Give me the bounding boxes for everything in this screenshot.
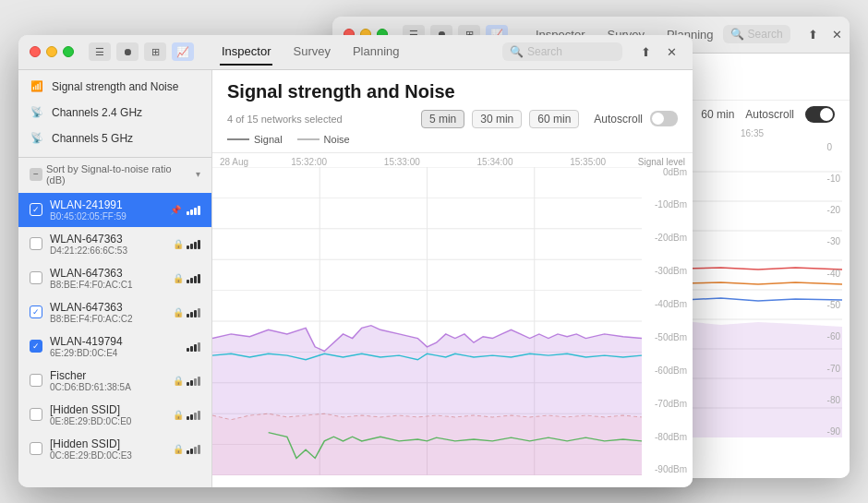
sidebar-network-6[interactable]: [Hidden SSID] 0E:8E:29:BD:0C:E0 🔒 (18, 398, 211, 432)
tl-close[interactable] (30, 46, 41, 57)
channels-5-icon: 📡 (30, 131, 44, 146)
back-search-box[interactable]: 🔍 Search (723, 25, 790, 43)
network-name-2: WLAN-647363 (50, 267, 165, 280)
network-info-7: [Hidden SSID] 0C:8E:29:BD:0C:E3 (50, 437, 165, 461)
lock-icon-2: 🔒 (173, 273, 184, 283)
legend-noise-label: Noise (324, 134, 350, 145)
tab-survey[interactable]: Survey (291, 39, 332, 66)
menu-icon-btn[interactable]: ☰ (89, 42, 111, 61)
sidebar-network-5[interactable]: Fischer 0C:D6:BD:61:38:5A 🔒 (18, 364, 211, 398)
sidebar-item-channels-24[interactable]: 📡 Channels 2.4 GHz (18, 100, 211, 126)
graph-icon-btn[interactable]: 📈 (172, 42, 194, 61)
checkbox-2[interactable] (30, 271, 42, 284)
sidebar-network-4[interactable]: ✓ WLAN-419794 6E:29:BD:0C:E4 (18, 329, 211, 364)
sidebar-network-1[interactable]: WLAN-647363 D4:21:22:66:6C:53 🔒 (18, 227, 211, 261)
badges-2: 🔒 (173, 272, 200, 283)
back-y-30: -30 (827, 236, 840, 246)
network-mac-1: D4:21:22:66:6C:53 (50, 246, 165, 256)
bar-0-2 (190, 210, 193, 215)
y-0dBm: 0dBm (663, 167, 687, 177)
sidebar-item-channels-5-label: Channels 5 GHz (52, 132, 200, 145)
signal-bars-5 (187, 375, 200, 386)
network-mac-3: B8:BE:F4:F0:AC:C2 (50, 314, 165, 324)
sidebar-item-signal-noise-label: Signal strength and Noise (52, 80, 200, 93)
tab-inspector[interactable]: Inspector (220, 39, 272, 66)
time-30min-btn[interactable]: 30 min (472, 110, 522, 128)
badges-0: 📌 (170, 204, 200, 215)
y-80dBm: -80dBm (655, 432, 687, 442)
grid-icon-btn[interactable]: ⊞ (144, 42, 166, 61)
back-y-0: 0 (827, 142, 840, 152)
badges-1: 🔒 (173, 238, 200, 249)
back-y-80: -80 (827, 395, 840, 405)
tab-planning[interactable]: Planning (351, 39, 402, 66)
back-y-60: -60 (827, 331, 840, 341)
tl-minimize[interactable] (46, 46, 57, 57)
back-ts-2: 16:35 (741, 128, 764, 138)
checkbox-checked-4[interactable]: ✓ (30, 340, 42, 353)
checkbox-checked-3[interactable]: ✓ (30, 305, 42, 318)
legend-signal-label: Signal (254, 134, 283, 145)
sidebar-divider (18, 157, 211, 158)
b6-1 (187, 416, 189, 420)
time-60min-btn[interactable]: 60 min (529, 110, 579, 128)
back-close-icon[interactable]: ✕ (827, 24, 848, 44)
b4-2 (190, 346, 193, 352)
legend-signal-line (227, 138, 249, 140)
sidebar-network-2[interactable]: WLAN-647363 B8:BE:F4:F0:AC:C1 🔒 (18, 261, 211, 295)
main-nav: Inspector Survey Planning (220, 39, 402, 66)
sidebar-menu-section: 📶 Signal strength and Noise 📡 Channels 2… (18, 70, 211, 155)
checkbox-1[interactable] (30, 237, 42, 250)
signal-bars-0 (187, 204, 200, 215)
sidebar-item-signal-noise[interactable]: 📶 Signal strength and Noise (18, 74, 211, 100)
y-60dBm: -60dBm (655, 365, 687, 376)
chart-date-row: 28 Aug 15:32:00 15:33:00 15:34:00 15:35:… (212, 153, 693, 167)
tl-maximize[interactable] (63, 46, 74, 57)
chart-inner: 0dBm -10dBm -20dBm -30dBm -40dBm -50dBm … (212, 167, 693, 475)
sidebar-network-7[interactable]: [Hidden SSID] 0C:8E:29:BD:0C:E3 🔒 (18, 432, 211, 466)
network-name-3: WLAN-647363 (50, 301, 165, 314)
checkbox-5[interactable] (30, 374, 42, 387)
bar-0-1 (187, 211, 189, 215)
sidebar-network-0[interactable]: ✓ WLAN-241991 B0:45:02:05:FF:59 📌 (18, 193, 211, 227)
autoscroll-toggle[interactable] (650, 111, 678, 126)
back-search-icon: 🔍 (730, 28, 744, 41)
b5-3 (194, 378, 197, 386)
network-mac-6: 0E:8E:29:BD:0C:E0 (50, 416, 165, 426)
back-autoscroll-toggle[interactable] (805, 106, 835, 123)
y-axis: 0dBm -10dBm -20dBm -30dBm -40dBm -50dBm … (642, 167, 693, 475)
b3-4 (198, 308, 200, 317)
share-icon[interactable]: ⬆ (635, 42, 656, 62)
legend-noise-line (297, 138, 319, 140)
network-mac-7: 0C:8E:29:BD:0C:E3 (50, 450, 165, 461)
network-info-3: WLAN-647363 B8:BE:F4:F0:AC:C2 (50, 301, 165, 324)
search-box[interactable]: 🔍 Search (502, 42, 622, 61)
record-icon-btn[interactable]: ⏺ (116, 42, 139, 61)
window-close-icon[interactable]: ✕ (661, 42, 681, 62)
ts-2: 15:34:00 (449, 157, 542, 167)
back-share-icon[interactable]: ⬆ (803, 24, 824, 44)
back-60min[interactable]: 60 min (701, 108, 734, 121)
legend-noise: Noise (297, 134, 350, 145)
checkbox-checked-0[interactable]: ✓ (30, 203, 42, 216)
sidebar: 📶 Signal strength and Noise 📡 Channels 2… (18, 70, 212, 487)
checkbox-7[interactable] (30, 442, 42, 455)
bar-0-3 (194, 208, 197, 215)
checkbox-6[interactable] (30, 408, 42, 421)
y-40dBm: -40dBm (655, 299, 687, 309)
y-10dBm: -10dBm (655, 199, 687, 210)
badges-6: 🔒 (173, 409, 200, 420)
b3-2 (190, 312, 193, 317)
time-5min-btn[interactable]: 5 min (421, 110, 464, 128)
autoscroll-label: Autoscroll (594, 113, 643, 126)
b1-2 (190, 244, 193, 249)
front-window: ☰ ⏺ ⊞ 📈 Inspector Survey Planning 🔍 Sear… (18, 35, 693, 487)
back-y-90: -90 (827, 426, 840, 437)
sidebar-network-3[interactable]: ✓ WLAN-647363 B8:BE:F4:F0:AC:C2 🔒 (18, 295, 211, 329)
sort-chevron-icon[interactable]: ▾ (196, 169, 200, 179)
sidebar-item-channels-5[interactable]: 📡 Channels 5 GHz (18, 126, 211, 151)
sort-minus-icon[interactable]: − (30, 168, 42, 181)
sidebar-item-channels-24-label: Channels 2.4 GHz (52, 106, 200, 119)
network-info-2: WLAN-647363 B8:BE:F4:F0:AC:C1 (50, 267, 165, 290)
ts-1: 15:33:00 (356, 157, 449, 167)
